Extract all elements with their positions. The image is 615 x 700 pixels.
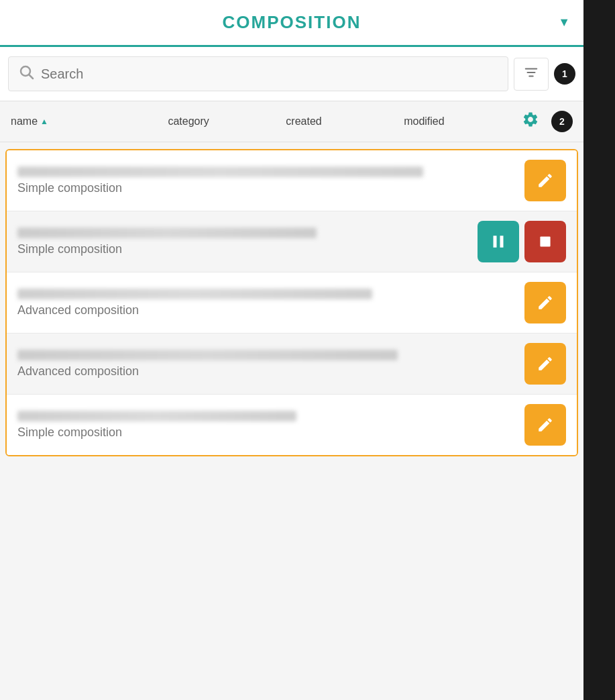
settings-icon[interactable]	[522, 111, 546, 132]
item-subtitle-5: Simple composition	[17, 426, 524, 440]
app-title: COMPOSITION	[223, 12, 361, 33]
item-blurred-title-3	[17, 289, 372, 299]
app-header: COMPOSITION ▼	[0, 0, 583, 47]
svg-rect-5	[540, 236, 550, 246]
list-item: Simple composition	[7, 150, 577, 211]
search-bar-row: 1	[0, 47, 583, 101]
col-category-header[interactable]: category	[168, 115, 286, 128]
list-item: Simple composition	[7, 395, 577, 455]
item-actions-1	[524, 160, 566, 201]
item-text-1: Simple composition	[17, 166, 524, 195]
edit-button-4[interactable]	[524, 343, 566, 385]
list-item: Simple composition	[7, 211, 577, 272]
svg-line-1	[30, 75, 34, 79]
col-created-header[interactable]: created	[286, 115, 404, 128]
item-blurred-title-5	[17, 411, 296, 421]
item-actions-4	[524, 343, 566, 385]
item-blurred-title-1	[17, 166, 423, 177]
item-actions-5	[524, 404, 566, 446]
composition-list: Simple composition Simple composition	[5, 149, 578, 456]
item-text-3: Advanced composition	[17, 289, 524, 317]
item-actions-2	[478, 221, 566, 262]
badge-1: 1	[554, 63, 575, 85]
item-subtitle-1: Simple composition	[17, 181, 524, 195]
edit-button-1[interactable]	[524, 160, 566, 201]
search-input-wrapper	[8, 56, 508, 91]
badge-2: 2	[551, 111, 573, 132]
search-icon	[18, 64, 34, 84]
item-text-2: Simple composition	[17, 228, 478, 256]
col-name-header[interactable]: name ▲	[11, 115, 168, 128]
dark-sidebar	[583, 0, 615, 700]
stop-button[interactable]	[524, 221, 566, 262]
edit-button-3[interactable]	[524, 282, 566, 323]
list-item: Advanced composition	[7, 334, 577, 395]
item-subtitle-2: Simple composition	[17, 242, 478, 256]
filter-button[interactable]	[514, 58, 549, 91]
col-modified-header[interactable]: modified	[404, 115, 522, 128]
item-blurred-title-4	[17, 350, 398, 360]
pause-button[interactable]	[478, 221, 519, 262]
item-actions-3	[524, 282, 566, 323]
chevron-down-icon[interactable]: ▼	[558, 15, 570, 30]
list-item: Advanced composition 3	[7, 272, 577, 334]
sort-arrow-icon: ▲	[40, 117, 48, 126]
item-blurred-title-2	[17, 228, 317, 238]
item-subtitle-4: Advanced composition	[17, 364, 524, 379]
search-input[interactable]	[41, 66, 498, 82]
item-text-5: Simple composition	[17, 411, 524, 440]
item-text-4: Advanced composition	[17, 350, 524, 379]
column-headers: name ▲ category created modified 2	[0, 101, 583, 142]
item-subtitle-3: Advanced composition	[17, 303, 524, 317]
edit-button-5[interactable]	[524, 404, 566, 446]
